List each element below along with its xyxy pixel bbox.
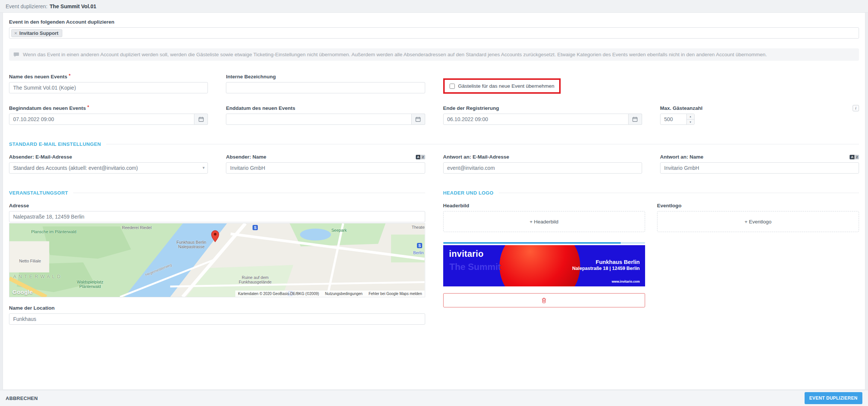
delete-header-image-button[interactable]: [443, 293, 645, 307]
upload-progress-bar: [443, 242, 645, 244]
notice-text: Wenn das Event in einen anderen Account …: [23, 52, 767, 57]
banner-venue-line2: Nalepastraße 18 | 12459 Berlin: [572, 266, 640, 271]
map-label-seepark: Seepark: [331, 228, 347, 232]
chip-remove-icon[interactable]: ×: [14, 30, 17, 36]
account-chip[interactable]: × Invitario Support: [11, 29, 62, 37]
section-divider: [73, 193, 425, 193]
internal-name-input[interactable]: [226, 82, 425, 93]
terms-link[interactable]: Nutzungsbedingungen: [325, 292, 363, 296]
page-header: Event duplizieren: The Summit Vol.01: [0, 0, 868, 13]
trash-icon: [542, 298, 546, 303]
registration-end-input[interactable]: [443, 114, 629, 125]
address-label: Adresse: [9, 202, 425, 209]
max-guests-stepper[interactable]: ▲ ▼: [686, 114, 694, 124]
media-title: HEADER UND LOGO: [443, 190, 494, 196]
report-link[interactable]: Fehler bei Google Maps melden: [369, 292, 422, 296]
account-label: Event in den folgenden Account duplizier…: [9, 19, 859, 25]
sender-email-select[interactable]: Standard des Accounts (aktuell: event@in…: [9, 162, 208, 174]
reply-name-label: Antwort an: Name: [660, 154, 704, 160]
registration-end-label: Ende der Registrierung: [443, 105, 642, 111]
location-name-input[interactable]: [9, 313, 425, 325]
sender-name-input[interactable]: [226, 162, 425, 174]
email-settings-title: STANDARD E-MAIL EINSTELLUNGEN: [9, 141, 101, 147]
end-date-field: Enddatum des neuen Events: [226, 105, 425, 125]
begin-date-input[interactable]: [9, 114, 194, 125]
map-label-ruine: Ruine auf demFunkhausgelände: [227, 275, 283, 284]
sender-name-label: Absender: Name: [226, 154, 266, 160]
event-name-label: Name des neuen Events: [9, 73, 208, 80]
end-date-input[interactable]: [226, 114, 411, 125]
info-notice: Wenn das Event in einen anderen Account …: [9, 48, 859, 61]
reply-email-input[interactable]: [443, 162, 642, 174]
duplicate-event-form: Event in den folgenden Account duplizier…: [3, 13, 865, 390]
begin-date-label: Beginndatum des neuen Events: [9, 105, 208, 111]
calendar-icon: [415, 117, 421, 122]
banner-brand: invitario: [449, 249, 484, 259]
account-select[interactable]: × Invitario Support: [9, 27, 859, 39]
begin-date-field: Beginndatum des neuen Events: [9, 105, 208, 125]
registration-end-field: Ende der Registrierung: [443, 105, 642, 125]
address-input[interactable]: [9, 211, 425, 222]
sbahn-station-icon: S: [253, 225, 258, 230]
max-guests-field: Max. Gästeanzahl ▲ ▼: [660, 105, 859, 125]
end-date-label: Enddatum des neuen Events: [226, 105, 425, 111]
banner-venue-line1: Funkhaus Berlin: [572, 259, 640, 265]
internal-name-field: Interne Bezeichnung: [226, 73, 425, 94]
event-logo-dropzone[interactable]: + Eventlogo: [657, 211, 859, 232]
max-guests-label: Max. Gästeanzahl: [660, 105, 859, 111]
map-attribution: Kartendaten © 2020 GeoBasis-DE/BKG (©200…: [235, 291, 424, 297]
media-header: HEADER UND LOGO: [443, 190, 859, 196]
stepper-down-icon[interactable]: ▼: [687, 120, 694, 125]
calendar-icon: [632, 117, 638, 122]
placeholder-insert-icon[interactable]: A2: [850, 155, 859, 159]
submit-button[interactable]: EVENT DUPLIZIEREN: [805, 392, 862, 404]
event-logo-cell: Eventlogo + Eventlogo: [657, 202, 859, 307]
guestlist-checkbox-highlight: Gästeliste für das neue Event übernehmen: [443, 78, 561, 94]
map-label-berlin-k: Berlin K: [413, 250, 425, 255]
banner-red-circle: [499, 245, 580, 286]
guestlist-checkbox-label: Gästeliste für das neue Event übernehmen: [458, 83, 555, 89]
guestlist-checkbox[interactable]: [450, 84, 455, 89]
google-logo[interactable]: Google: [12, 289, 33, 295]
header-image-dropzone[interactable]: + Headerbild: [443, 211, 645, 232]
venue-title: VERANSTALTUNGSORT: [9, 190, 68, 196]
event-name-field: Name des neuen Events: [9, 73, 208, 94]
calendar-icon: [199, 117, 204, 122]
info-icon[interactable]: i: [853, 105, 859, 111]
event-logo-label: Eventlogo: [657, 202, 859, 209]
location-name-label: Name der Location: [9, 305, 425, 311]
cancel-button[interactable]: ABBRECHEN: [6, 396, 38, 401]
map-label-plansche: Plansche im Plänterwald: [31, 229, 76, 234]
placeholder-insert-icon[interactable]: A2: [416, 155, 425, 159]
end-date-calendar-button[interactable]: [412, 114, 425, 125]
reply-email-label: Antwort an: E-Mail-Adresse: [443, 154, 642, 160]
reply-email-field: Antwort an: E-Mail-Adresse: [443, 154, 642, 174]
footer-bar: ABBRECHEN EVENT DUPLIZIEREN: [0, 390, 868, 406]
banner-event-title: The Summit: [450, 262, 501, 272]
map-label-waldspielplatz: WaldspielplatzPlänterwald: [69, 280, 111, 289]
account-chip-label: Invitario Support: [20, 30, 59, 36]
sbahn-station-icon: S: [417, 243, 422, 248]
header-image-label: Headerbild: [443, 202, 645, 209]
map-label-plaenterwald: ANTERWALD: [13, 274, 63, 279]
stepper-up-icon[interactable]: ▲: [687, 114, 694, 120]
registration-end-calendar-button[interactable]: [629, 114, 642, 125]
speech-bubble-icon: [14, 52, 19, 57]
venue-header: VERANSTALTUNGSORT: [9, 190, 425, 196]
email-settings-header: STANDARD E-MAIL EINSTELLUNGEN: [9, 141, 859, 147]
attribution-text: Kartendaten © 2020 GeoBasis-DE/BKG (©200…: [238, 292, 319, 296]
header-image-preview: invitario The Summit Funkhaus Berlin Nal…: [443, 245, 645, 286]
media-column: HEADER UND LOGO Headerbild + Headerbild …: [443, 190, 859, 325]
banner-website: www.invitario.com: [612, 280, 640, 283]
sender-email-field: Absender: E-Mail-Adresse Standard des Ac…: [9, 154, 208, 174]
section-divider: [106, 144, 859, 144]
reply-name-input[interactable]: [660, 162, 859, 174]
event-title: The Summit Vol.01: [50, 3, 96, 9]
map[interactable]: Plansche im Plänterwald Netto Filiale Re…: [9, 223, 425, 297]
internal-name-label: Interne Bezeichnung: [226, 73, 425, 80]
event-name-input[interactable]: [9, 82, 208, 93]
begin-date-calendar-button[interactable]: [194, 114, 208, 125]
sender-email-label: Absender: E-Mail-Adresse: [9, 154, 208, 160]
map-label-funkhaus: Funkhaus BerlinNalepastrasse: [171, 240, 212, 249]
venue-column: VERANSTALTUNGSORT Adresse: [9, 190, 425, 325]
